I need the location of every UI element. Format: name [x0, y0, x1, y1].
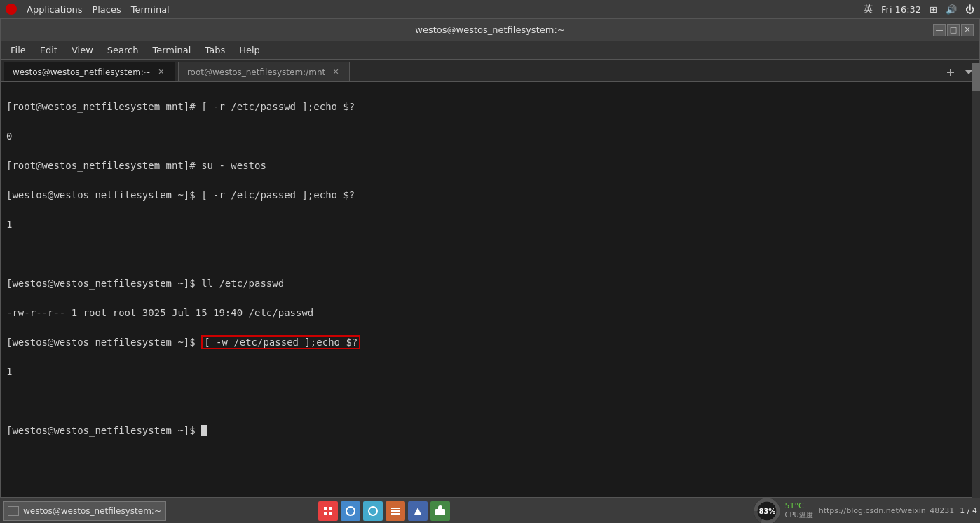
output-3: -rw-r--r-- 1 root root 3025 Jul 15 19:40…: [6, 306, 974, 320]
tabs-bar: westos@westos_netfilesystem:~ ✕ root@wes…: [1, 60, 979, 82]
menu-search[interactable]: Search: [102, 43, 144, 57]
prompt-6: [westos@westos_netfilesystem ~]$: [6, 425, 201, 436]
menu-edit[interactable]: Edit: [34, 43, 63, 57]
tab-westos-label: westos@westos_netfilesystem:~: [13, 67, 151, 77]
line-2: [root@westos_netfilesystem mnt]# su - we…: [6, 158, 974, 173]
taskbar-terminal-item[interactable]: westos@westos_netfilesystem:~: [3, 501, 166, 521]
menu-help[interactable]: Help: [233, 43, 266, 57]
launcher-icon-5[interactable]: [408, 501, 428, 521]
temp-value: 51°C: [784, 501, 812, 510]
tab-westos-close[interactable]: ✕: [156, 67, 166, 77]
svg-rect-5: [391, 510, 400, 512]
output-4: 1: [6, 365, 974, 379]
network-icon[interactable]: ⊞: [930, 4, 937, 15]
cpu-monitor: 83% 51°C CPU温度: [752, 496, 812, 524]
system-bar-right: 英 Fri 16:32 ⊞ 🔊 ⏻: [864, 3, 974, 15]
clock: Fri 16:32: [881, 4, 921, 15]
launcher-icon-6[interactable]: [430, 501, 450, 521]
cpu-percent: 83%: [758, 507, 775, 515]
prompt-5: [westos@westos_netfilesystem ~]$: [6, 337, 201, 348]
taskbar-right: 83% 51°C CPU温度 https://blog.csdn.net/wei…: [752, 496, 977, 524]
temp-label: CPU温度: [784, 510, 812, 520]
taskbar-terminal-label: westos@westos_netfilesystem:~: [23, 506, 161, 516]
highlighted-command: [ -w /etc/passed ];echo $?: [201, 335, 360, 349]
output-2: 1: [6, 217, 974, 232]
tab-root-close[interactable]: ✕: [331, 67, 341, 77]
menu-file[interactable]: File: [5, 43, 32, 57]
places-menu[interactable]: Places: [92, 4, 121, 15]
window-controls: — □ ✕: [933, 24, 974, 36]
svg-point-3: [346, 507, 355, 515]
temp-info: 51°C CPU温度: [784, 501, 812, 520]
line-3: [westos@westos_netfilesystem ~]$ [ -r /e…: [6, 188, 974, 203]
cmd-3: [ -r /etc/passed ];echo $?: [201, 189, 355, 201]
cpu-gauge-container: 83%: [752, 496, 782, 524]
prompt-1: [root@westos_netfilesystem mnt]#: [6, 101, 201, 112]
applications-menu[interactable]: Applications: [27, 4, 82, 15]
cursor: [201, 425, 207, 436]
taskbar-terminal-icon: [8, 506, 19, 516]
window-titlebar: westos@westos_netfilesystem:~ — □ ✕: [1, 19, 979, 41]
tab-westos[interactable]: westos@westos_netfilesystem:~ ✕: [4, 62, 175, 81]
volume-icon[interactable]: 🔊: [946, 4, 957, 15]
launcher-area: [318, 501, 450, 521]
scrollbar-thumb[interactable]: [972, 63, 980, 91]
terminal-menu[interactable]: Terminal: [131, 4, 170, 15]
menu-bar: File Edit View Search Terminal Tabs Help: [1, 41, 979, 60]
output-1: 0: [6, 129, 974, 144]
line-6: [westos@westos_netfilesystem ~]$: [6, 423, 974, 438]
maximize-button[interactable]: □: [947, 24, 960, 36]
window-title: westos@westos_netfilesystem:~: [415, 25, 564, 35]
tab-root-label: root@westos_netfilesystem:/mnt: [187, 67, 325, 77]
line-4: [westos@westos_netfilesystem ~]$ ll /etc…: [6, 276, 974, 291]
prompt-4: [westos@westos_netfilesystem ~]$: [6, 278, 201, 289]
close-button[interactable]: ✕: [961, 24, 974, 36]
cmd-1: [ -r /etc/passwd ];echo $?: [201, 101, 355, 112]
launcher-icon-3[interactable]: [363, 501, 383, 521]
taskbar: westos@westos_netfilesystem:~: [0, 498, 980, 523]
svg-rect-7: [435, 509, 445, 515]
cmd-2: su - westos: [201, 160, 266, 171]
minimize-button[interactable]: —: [933, 24, 946, 36]
launcher-icon-2[interactable]: [341, 501, 360, 521]
cmd-4: ll /etc/passwd: [201, 278, 284, 289]
menu-terminal[interactable]: Terminal: [147, 43, 196, 57]
launcher-icon-4[interactable]: [386, 501, 405, 521]
launcher-icon-1[interactable]: [318, 501, 338, 521]
redhat-icon[interactable]: [6, 4, 17, 15]
output-blank-2: [6, 394, 974, 409]
lang-indicator[interactable]: 英: [864, 3, 873, 15]
prompt-3: [westos@westos_netfilesystem ~]$: [6, 189, 201, 201]
system-bar: Applications Places Terminal 英 Fri 16:32…: [0, 0, 980, 18]
terminal-window: westos@westos_netfilesystem:~ — □ ✕ File…: [0, 18, 980, 498]
output-blank-1: [6, 247, 974, 262]
menu-view[interactable]: View: [66, 43, 99, 57]
power-icon[interactable]: ⏻: [965, 4, 974, 15]
line-1: [root@westos_netfilesystem mnt]# [ -r /e…: [6, 100, 974, 114]
page-indicator: 1 / 4: [960, 506, 977, 515]
menu-tabs[interactable]: Tabs: [199, 43, 231, 57]
svg-rect-4: [391, 513, 400, 515]
prompt-2: [root@westos_netfilesystem mnt]#: [6, 160, 201, 171]
svg-rect-1: [950, 69, 951, 76]
scrollbar[interactable]: [972, 63, 980, 498]
system-bar-left: Applications Places Terminal: [6, 4, 170, 15]
svg-rect-6: [391, 508, 400, 509]
terminal-output[interactable]: [root@westos_netfilesystem mnt]# [ -r /e…: [1, 82, 979, 497]
new-tab-button[interactable]: [943, 64, 958, 80]
tab-root[interactable]: root@westos_netfilesystem:/mnt ✕: [178, 62, 350, 81]
line-5: [westos@westos_netfilesystem ~]$ [ -w /e…: [6, 335, 974, 350]
taskbar-url: https://blog.csdn.net/weixin_48231: [819, 506, 955, 515]
